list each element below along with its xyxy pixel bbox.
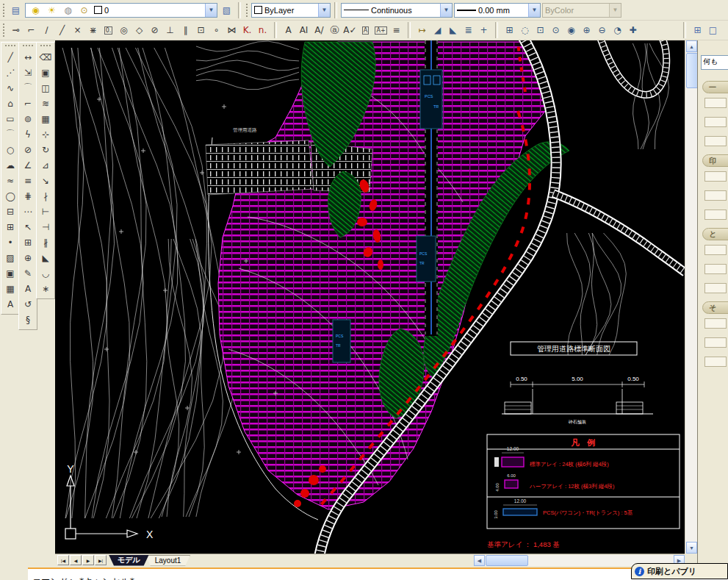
zoom-in-icon[interactable]: ⊕ (579, 23, 594, 38)
palette-search-input[interactable]: 何も (701, 55, 728, 70)
mirror-icon[interactable]: ◫ (38, 80, 54, 96)
layer-freeze-icon[interactable]: ☀ (44, 2, 60, 18)
snap-insert-icon[interactable]: ⊡ (193, 23, 209, 38)
drawing-canvas[interactable]: PCS TR PCS TR PCS TR 管理用道路 管理用道路標準 (55, 40, 685, 554)
rectangle-icon[interactable]: ▭ (3, 111, 18, 126)
toolbar-grip[interactable] (22, 44, 34, 48)
scale-text-icon[interactable]: A+ (373, 23, 389, 38)
edit-text-icon[interactable]: A/ (311, 23, 327, 38)
break-icon[interactable]: ∦ (38, 234, 54, 250)
erase-icon[interactable]: ⌫ (38, 49, 54, 65)
justify-text-icon[interactable]: ≡ (389, 23, 404, 38)
command-line-input[interactable]: コマンド: *キャンセル* (28, 568, 728, 580)
temporary-track-point-icon[interactable]: ⊸ (8, 23, 24, 38)
zoom-dynamic-icon[interactable]: ◌ (517, 23, 533, 38)
tab-first-button[interactable]: |◀ (57, 555, 69, 565)
chevron-down-icon[interactable]: ▼ (205, 4, 217, 17)
tab-next-button[interactable]: ▶ (82, 555, 94, 565)
clean-screen-icon[interactable]: □ (705, 23, 721, 38)
multiline-text-icon[interactable]: A (281, 23, 296, 38)
scale-icon[interactable]: ⊿ (38, 157, 54, 173)
rotate-icon[interactable]: ↻ (38, 142, 54, 157)
dimension-edit-icon[interactable]: ✎ (21, 265, 36, 281)
palette-section-header-2[interactable]: 印 (702, 154, 728, 167)
tab-prev-button[interactable]: ◀ (70, 555, 82, 565)
point-icon[interactable]: • (3, 234, 18, 250)
line-icon[interactable]: ╱ (3, 49, 18, 65)
explode-icon[interactable]: ∗ (38, 281, 54, 296)
snap-from-icon[interactable]: ⌐ (24, 23, 39, 38)
tab-model[interactable]: モデル (109, 555, 149, 566)
palette-item[interactable] (704, 245, 727, 255)
polyline-icon[interactable]: ∿ (3, 80, 18, 96)
vertical-scrollbar[interactable]: ▲ ▼ (685, 40, 697, 554)
trim-icon[interactable]: ∤ (38, 188, 54, 204)
quick-dimension-icon[interactable]: ≡ (21, 173, 36, 188)
toolbar-grip[interactable] (40, 44, 51, 48)
dimension-text-edit-icon[interactable]: A (21, 281, 36, 296)
break-at-point-icon[interactable]: ⊣ (38, 219, 54, 234)
polygon-icon[interactable]: ⌂ (3, 96, 18, 111)
snap-parallel-icon[interactable]: ∥ (178, 23, 193, 38)
snap-intersection-icon[interactable]: × (70, 23, 85, 38)
region-icon[interactable]: ▣ (3, 265, 18, 281)
osnap-settings-icon[interactable]: n. (255, 23, 270, 38)
snap-extension-icon[interactable]: 0. (101, 23, 116, 38)
quick-leader-icon[interactable]: ↖ (21, 219, 36, 234)
diameter-dimension-icon[interactable]: ⊘ (21, 142, 36, 157)
scroll-down-button[interactable]: ▼ (686, 542, 697, 554)
find-replace-icon[interactable]: ⓐ (327, 23, 342, 38)
table-icon[interactable]: ▦ (3, 281, 18, 296)
snap-node-icon[interactable]: ∘ (209, 23, 224, 38)
center-mark-icon[interactable]: ⊕ (21, 250, 36, 265)
snap-none-icon[interactable]: K. (239, 23, 255, 38)
properties-palette-icon[interactable]: ⊞ (690, 23, 705, 38)
color-combo[interactable]: ByLayer ▼ (251, 3, 331, 18)
continue-dimension-icon[interactable]: ⋯ (21, 204, 36, 219)
single-line-text-icon[interactable]: AI (296, 23, 311, 38)
snap-tangent-icon[interactable]: ⊘ (147, 23, 162, 38)
chevron-down-icon[interactable]: ▼ (528, 4, 540, 17)
list-icon[interactable]: ≣ (461, 23, 476, 38)
layer-visibility-icon[interactable]: ◉ (28, 2, 43, 18)
chevron-down-icon[interactable]: ▼ (318, 4, 330, 17)
tab-last-button[interactable]: ▶| (95, 555, 107, 565)
snap-perpendicular-icon[interactable]: ⊥ (162, 23, 178, 38)
tab-layout1[interactable]: Layout1 (145, 555, 191, 566)
insert-block-icon[interactable]: ⊟ (3, 204, 18, 219)
palette-section-header-4[interactable]: そ (702, 301, 728, 314)
pan-icon[interactable]: ✚ (625, 23, 641, 38)
layer-plot-icon[interactable]: ◍ (60, 2, 76, 18)
snap-midpoint-icon[interactable]: ╱ (54, 23, 70, 38)
make-block-icon[interactable]: ⊞ (3, 219, 18, 234)
palette-item[interactable] (704, 190, 727, 201)
layer-lock-icon[interactable]: ⊙ (76, 2, 92, 18)
snap-nearest-icon[interactable]: ⋈ (224, 23, 239, 38)
dimension-update-icon[interactable]: ↺ (21, 296, 36, 312)
offset-icon[interactable]: ≋ (38, 96, 54, 111)
extend-icon[interactable]: ⊢ (38, 204, 54, 219)
notification-balloon[interactable]: i 印刷とパブリ (631, 563, 728, 579)
zoom-out-icon[interactable]: ⊖ (594, 23, 610, 38)
jogged-dimension-icon[interactable]: ϟ (21, 126, 36, 142)
toolbar-grip[interactable] (2, 3, 6, 18)
stretch-icon[interactable]: ↘ (38, 173, 54, 188)
zoom-center-icon[interactable]: ⊙ (548, 23, 563, 38)
arc-length-dimension-icon[interactable]: ⌒ (21, 80, 36, 96)
ellipse-icon[interactable]: ◯ (3, 188, 18, 204)
palette-item[interactable] (704, 357, 727, 367)
construction-line-icon[interactable]: ⋰ (3, 65, 18, 80)
area-icon[interactable]: ◢ (430, 23, 445, 38)
circle-icon[interactable]: ○ (3, 142, 18, 157)
distance-icon[interactable]: ↦ (414, 23, 430, 38)
radius-dimension-icon[interactable]: ⊚ (21, 111, 36, 126)
locate-point-icon[interactable]: + (476, 23, 491, 38)
chevron-down-icon[interactable]: ▼ (440, 4, 452, 17)
zoom-scale-icon[interactable]: ⊡ (533, 23, 548, 38)
arc-icon[interactable]: ⌒ (3, 126, 18, 142)
palette-item[interactable] (704, 264, 727, 274)
copy-icon[interactable]: ▣ (38, 65, 54, 80)
zoom-window-icon[interactable]: ⊞ (502, 23, 517, 38)
mass-properties-icon[interactable]: ◣ (445, 23, 461, 38)
chamfer-icon[interactable]: ◣ (38, 250, 54, 265)
